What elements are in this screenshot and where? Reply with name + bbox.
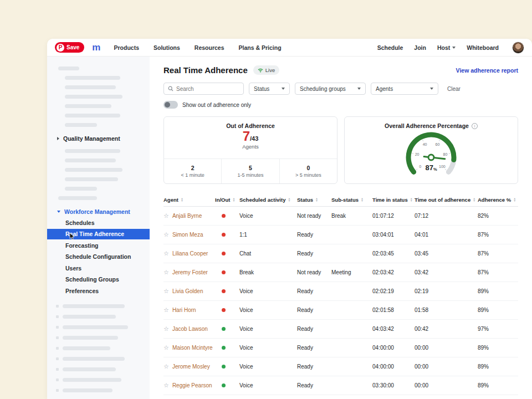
table-row[interactable]: ☆ Livia Golden Voice Ready 02:02:19 02:1… xyxy=(163,282,518,301)
pinterest-save-button[interactable]: P Save xyxy=(55,42,84,53)
table-row[interactable]: ☆ Anjali Byrne Voice Not ready Break 01:… xyxy=(163,207,518,226)
skeleton-tick xyxy=(56,347,59,350)
sub-status-cell: Meeting xyxy=(331,269,372,275)
table-row[interactable]: ☆ Jacob Lawson Voice Ready 04:03:42 00:4… xyxy=(163,320,518,339)
agent-name-link[interactable]: Hari Horn xyxy=(172,307,196,313)
inout-status-dot xyxy=(222,270,226,274)
agents-dropdown[interactable]: Agents xyxy=(371,83,438,95)
sidebar-item-schedules[interactable]: Schedules xyxy=(47,217,150,228)
sort-icon[interactable]: ▲▼ xyxy=(288,197,290,202)
agent-name-link[interactable]: Jeremy Foster xyxy=(172,269,208,275)
col-header-adherence-pct[interactable]: Adherence %▲▼ xyxy=(478,197,518,203)
col-header-status[interactable]: Status▲▼ xyxy=(297,197,331,203)
nav-item-products[interactable]: Products xyxy=(114,44,139,51)
star-icon[interactable]: ☆ xyxy=(163,382,169,389)
sidebar-item-users[interactable]: Users xyxy=(47,263,150,274)
sort-icon[interactable]: ▲▼ xyxy=(473,197,475,202)
ooa-count-total: /43 xyxy=(250,135,258,143)
inout-status-dot xyxy=(222,383,226,387)
star-icon[interactable]: ☆ xyxy=(163,269,169,276)
star-icon[interactable]: ☆ xyxy=(163,306,169,314)
skeleton-bar xyxy=(58,196,97,200)
view-adherence-report-link[interactable]: View adherence report xyxy=(456,67,518,74)
star-icon[interactable]: ☆ xyxy=(163,212,169,219)
sidebar-item-workforce-management[interactable]: Workforce Management xyxy=(47,207,150,217)
inout-status-dot xyxy=(222,214,226,218)
nav-item-resources[interactable]: Resources xyxy=(195,44,224,51)
agent-name-link[interactable]: Liliana Cooper xyxy=(172,250,208,257)
sort-icon[interactable]: ▲▼ xyxy=(181,197,183,202)
sort-icon[interactable]: ▲▼ xyxy=(361,197,364,202)
table-row[interactable]: ☆ Jeremy Foster Break Not ready Meeting … xyxy=(163,263,518,282)
chevron-down-icon xyxy=(282,88,285,90)
bucket-label: > 5 minutes xyxy=(295,172,321,178)
adherence-gauge: 020406080100 xyxy=(390,127,473,181)
agent-name-link[interactable]: Simon Meza xyxy=(172,232,203,238)
agent-name-link[interactable]: Jerome Mosley xyxy=(172,364,210,370)
sidebar-item-preferences[interactable]: Preferences xyxy=(47,285,150,296)
star-icon[interactable]: ☆ xyxy=(163,363,169,370)
col-header-scheduled-activity[interactable]: Scheduled activity▲▼ xyxy=(239,197,297,203)
adherence-pct-cell: 89% xyxy=(478,307,518,313)
table-row[interactable]: ☆ Liliana Cooper Chat Ready 02:03:45 03:… xyxy=(163,244,518,263)
brand-logo[interactable]: m xyxy=(92,43,100,52)
star-icon[interactable]: ☆ xyxy=(163,325,169,332)
svg-text:0: 0 xyxy=(419,165,421,168)
col-header-agent[interactable]: Agent▲▼ xyxy=(163,197,215,203)
col-header-in-out[interactable]: In/Out▲▼ xyxy=(215,197,239,203)
sidebar-item-scheduling-groups[interactable]: Scheduling Groups xyxy=(47,274,150,285)
agent-name-link[interactable]: Jacob Lawson xyxy=(172,326,208,332)
nav-item-whiteboard[interactable]: Whiteboard xyxy=(467,44,499,51)
sidebar-item-schedule-configuration[interactable]: Schedule Configuration xyxy=(47,252,150,263)
search-input[interactable] xyxy=(176,86,239,92)
agent-table-header: Agent▲▼ In/Out▲▼ Scheduled activity▲▼ St… xyxy=(163,193,518,207)
secondary-nav: Schedule Join Host Whiteboard xyxy=(377,42,524,54)
col-header-time-out-of-adherence[interactable]: Time out of adherence▲▼ xyxy=(415,197,478,203)
col-header-time-in-status[interactable]: Time in status▲▼ xyxy=(372,197,415,203)
svg-text:40: 40 xyxy=(423,142,427,146)
nav-item-join[interactable]: Join xyxy=(414,44,426,51)
sort-icon[interactable]: ▲▼ xyxy=(513,197,516,202)
gauge-value-number: 87 xyxy=(425,164,433,171)
table-row[interactable]: ☆ Jerome Mosley Voice Ready 04:00:00 00:… xyxy=(163,357,518,376)
time-in-status-cell: 02:03:45 xyxy=(372,250,415,257)
table-row[interactable]: ☆ Maison Mcintyre Voice Ready 04:00:00 0… xyxy=(163,339,518,357)
table-row[interactable]: ☆ Reggie Pearson Voice Ready 03:30:00 00… xyxy=(163,376,518,395)
table-row[interactable]: ☆ Hari Horn Voice Ready 02:01:58 01:58 8… xyxy=(163,301,518,320)
adherence-pct-cell: 89% xyxy=(478,288,518,294)
skeleton-bar xyxy=(65,104,111,108)
col-label: Time in status xyxy=(372,197,408,203)
sidebar-item-quality-management[interactable]: Quality Management xyxy=(47,134,150,144)
clear-filters-link[interactable]: Clear xyxy=(447,86,461,92)
wifi-icon xyxy=(258,68,263,73)
gauge-value-percent: % xyxy=(433,167,437,172)
live-badge: Live xyxy=(253,65,279,75)
table-row[interactable]: ☆ Simon Meza 1:1 Ready 03:04:01 04:01 87… xyxy=(163,226,518,244)
user-avatar[interactable] xyxy=(512,42,524,54)
scheduling-groups-dropdown[interactable]: Scheduling groups xyxy=(295,83,366,95)
col-header-sub-status[interactable]: Sub-status▲▼ xyxy=(331,197,372,203)
search-box[interactable] xyxy=(163,83,244,95)
sort-icon[interactable]: ▲▼ xyxy=(315,197,318,202)
sidebar-item-real-time-adherence[interactable]: Real Time Adherence xyxy=(47,229,150,240)
sort-icon[interactable]: ▲▼ xyxy=(232,197,235,202)
agent-name-link[interactable]: Reggie Pearson xyxy=(172,382,212,388)
nav-item-solutions[interactable]: Solutions xyxy=(154,44,180,51)
star-icon[interactable]: ☆ xyxy=(163,344,169,351)
agent-name-link[interactable]: Maison Mcintyre xyxy=(172,345,213,351)
nav-item-plans-pricing[interactable]: Plans & Pricing xyxy=(239,44,282,51)
star-icon[interactable]: ☆ xyxy=(163,250,169,257)
nav-item-schedule[interactable]: Schedule xyxy=(377,44,403,51)
skeleton-bar xyxy=(65,177,118,181)
out-of-adherence-toggle[interactable] xyxy=(163,101,178,109)
agent-name-link[interactable]: Livia Golden xyxy=(172,288,203,294)
sidebar-item-forecasting[interactable]: Forecasting xyxy=(47,240,150,251)
status-dropdown[interactable]: Status xyxy=(249,83,290,95)
skeleton-tick xyxy=(56,378,59,381)
star-icon[interactable]: ☆ xyxy=(163,231,169,238)
star-icon[interactable]: ☆ xyxy=(163,288,169,295)
skeleton-bar xyxy=(65,168,122,172)
nav-item-host[interactable]: Host xyxy=(437,44,456,51)
agent-name-link[interactable]: Anjali Byrne xyxy=(172,213,202,219)
sort-icon[interactable]: ▲▼ xyxy=(410,197,413,202)
